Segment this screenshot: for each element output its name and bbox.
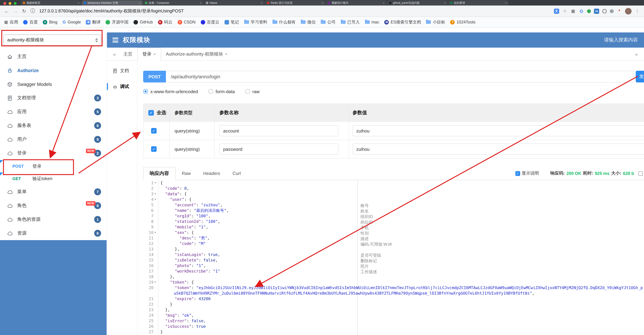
api-group-select[interactable]: authority-权限模块 <box>4 34 101 46</box>
browser-tab[interactable]: 图解设计模式× <box>326 0 387 6</box>
back-icon[interactable]: ← <box>4 8 9 14</box>
param-name-input[interactable]: password <box>220 144 338 154</box>
bookmark-item[interactable]: bBing <box>43 20 58 24</box>
radio-icon[interactable] <box>208 89 213 94</box>
tab-主页[interactable]: 主页 <box>119 48 137 60</box>
sidebar-item-文档管理[interactable]: 文档管理3 <box>0 91 106 105</box>
close-window-icon[interactable] <box>4 2 6 5</box>
bookmark-item[interactable]: MES搜索引擎文档 <box>384 19 421 25</box>
param-value-input[interactable]: zuihou <box>352 125 644 136</box>
bookmark-item[interactable]: 笔记 <box>224 19 239 25</box>
sidebar-endpoint-post-登录[interactable]: POST登录 <box>0 160 106 172</box>
bookmark-item[interactable]: 开源中国 <box>106 19 128 25</box>
search-input[interactable]: 请输入搜索内容 <box>604 37 638 43</box>
response-tab-Raw[interactable]: Raw <box>176 167 197 180</box>
tab-close-icon[interactable]: × <box>260 1 262 5</box>
browser-tab[interactable]: temporary-Interface 文档× <box>82 0 142 6</box>
bookmark-item[interactable]: 学习资料 <box>244 19 267 25</box>
extension-green-icon[interactable] <box>587 9 591 13</box>
browser-tab[interactable]: hbase× <box>204 0 264 6</box>
forward-icon[interactable]: → <box>13 8 18 14</box>
tab-close-icon[interactable]: × <box>444 1 446 5</box>
rail-item-调试[interactable]: 调试 <box>107 82 137 92</box>
tabs-scroll-left-icon[interactable]: « <box>110 51 119 57</box>
tab-close-icon[interactable]: × <box>383 1 384 5</box>
sidebar-item-登录[interactable]: 登录NEW2 <box>0 146 106 160</box>
bookmark-item[interactable]: 公司 <box>321 19 336 25</box>
browser-tab[interactable]: 全栈 - Composer× <box>143 0 204 6</box>
sidebar-item-用户[interactable]: 用户9 <box>0 132 106 146</box>
maximize-window-icon[interactable] <box>14 2 16 5</box>
extension-g-icon[interactable]: G <box>579 8 584 14</box>
tab-close-icon[interactable]: × <box>200 1 202 5</box>
chrome-menu-icon[interactable]: ⋮ <box>635 8 640 14</box>
bookmark-item[interactable]: T1024Tools <box>450 20 475 24</box>
bookmark-item[interactable]: CCSDN <box>178 20 196 24</box>
param-name-input[interactable]: account <box>220 125 338 136</box>
sidebar-item-资源[interactable]: 资源6 <box>0 226 106 240</box>
bookmark-item[interactable]: 微信 <box>301 19 316 25</box>
tab-close-icon[interactable]: × <box>154 52 156 56</box>
bookmark-item[interactable]: 百度 <box>23 19 38 25</box>
row-checkbox[interactable]: ✓ <box>151 146 156 152</box>
bookmark-item[interactable]: 译翻译 <box>86 19 100 25</box>
bookmark-item[interactable]: GitHub <box>134 20 153 24</box>
bookmark-item[interactable]: ▦应用 <box>4 19 18 25</box>
bookmark-item[interactable]: 小目标 <box>426 19 445 25</box>
sidebar-item-服务表[interactable]: 服务表6 <box>0 119 106 132</box>
bookmark-item[interactable]: GGoogle <box>62 20 81 24</box>
extension-ring-icon[interactable] <box>602 9 607 13</box>
fold-toggle-icon[interactable]: ▾ <box>154 230 157 235</box>
bookmark-star-icon[interactable]: ☆ <box>562 8 568 14</box>
response-tab-Curl[interactable]: Curl <box>226 167 247 180</box>
select-all-checkbox[interactable]: ✓ <box>148 110 154 116</box>
fold-toggle-icon[interactable]: ▾ <box>154 180 157 186</box>
sidebar-item-角色[interactable]: 角色NEW8 <box>0 199 106 212</box>
endpoint-path-input[interactable]: /api/authority/anno/login <box>166 71 634 82</box>
extension-grid-icon[interactable]: ▦ <box>570 8 576 14</box>
response-tab-响应内容[interactable]: 响应内容 <box>143 167 176 180</box>
bookmark-item[interactable]: 什么都有 <box>272 19 296 25</box>
content-type-option[interactable]: raw <box>245 89 260 94</box>
sidebar-item-角色的资源[interactable]: 角色的资源1 <box>0 212 106 226</box>
bookmark-item[interactable]: G码云 <box>158 19 172 25</box>
reload-icon[interactable]: ↻ <box>22 8 26 14</box>
address-input[interactable]: 127.0.0.1:8760/api/gate/doc.html#/author… <box>39 8 550 14</box>
tab-Authorize-authority-权限模块[interactable]: Authorize-authority-权限模块× <box>161 48 232 60</box>
sidebar-item-Swagger Models[interactable]: Swagger Models <box>0 77 106 91</box>
fullscreen-icon[interactable] <box>638 171 642 176</box>
fold-toggle-icon[interactable]: ▾ <box>154 280 157 285</box>
sidebar-item-菜单[interactable]: 菜单7 <box>0 185 106 199</box>
minimize-window-icon[interactable] <box>8 2 12 5</box>
browser-tab[interactable]: github_pack/实战问题× <box>387 0 448 6</box>
bookmark-item[interactable]: 已导入 <box>341 19 360 25</box>
sidebar-item-Authorize[interactable]: Authorize <box>0 64 106 77</box>
content-type-option[interactable]: form-data <box>208 89 235 94</box>
window-controls[interactable] <box>4 2 16 5</box>
tab-close-icon[interactable]: × <box>322 1 324 5</box>
bookmark-item[interactable]: 百度云 <box>201 19 220 25</box>
site-info-icon[interactable]: ⓘ <box>30 8 35 14</box>
sidebar-item-应用[interactable]: 应用5 <box>0 105 106 119</box>
fold-toggle-icon[interactable]: ▾ <box>154 197 157 202</box>
tab-close-icon[interactable]: × <box>78 1 79 5</box>
send-button[interactable]: 发送 <box>636 71 644 82</box>
translate-icon[interactable]: 文 <box>554 8 559 14</box>
tab-close-icon[interactable]: × <box>505 1 507 5</box>
rail-item-文档[interactable]: 文档 <box>107 66 137 76</box>
tab-登录[interactable]: 登录× <box>137 48 161 61</box>
param-value-input[interactable]: zuihou <box>352 144 644 154</box>
tab-close-icon[interactable]: × <box>138 1 140 5</box>
row-checkbox[interactable]: ✓ <box>151 128 156 134</box>
tabs-scroll-right-icon[interactable]: » <box>632 51 640 57</box>
content-type-option[interactable]: x-www-form-urlencoded <box>143 89 198 94</box>
extension-red-icon[interactable]: * <box>617 8 622 14</box>
extension-shield-icon[interactable] <box>610 9 614 13</box>
sidebar-endpoint-get-验证token[interactable]: GET验证token <box>0 172 106 185</box>
show-description-checkbox[interactable]: ✓ <box>515 171 520 176</box>
extension-js-icon[interactable]: Js <box>594 8 599 14</box>
browser-tab[interactable]: 新建标签页× <box>21 0 82 6</box>
radio-icon[interactable] <box>143 89 148 94</box>
browser-tab[interactable]: Redis 设计与实现× <box>265 0 326 6</box>
fold-toggle-icon[interactable]: ▾ <box>154 191 157 197</box>
